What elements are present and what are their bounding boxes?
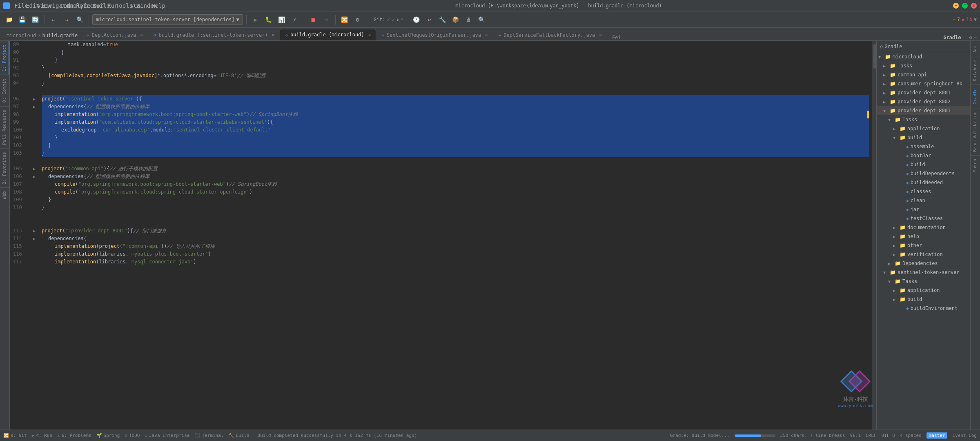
tree-sentinel-token[interactable]: ▼ 📁 sentinel-token-server <box>877 268 970 277</box>
line-separator[interactable]: CRLF <box>866 433 877 438</box>
right-tab-database[interactable]: Database <box>971 56 980 85</box>
tree-buildNeeded[interactable]: ▶ ◈ buildNeeded <box>877 178 970 187</box>
bottom-terminal[interactable]: ⬛ Terminal <box>194 433 223 438</box>
run-113-btn[interactable]: ▶ <box>30 227 38 235</box>
toolbar-redo[interactable]: 🔧 <box>437 14 448 25</box>
toolbar-save[interactable]: 💾 <box>16 14 28 25</box>
toolbar-stop[interactable]: ■ <box>307 14 319 25</box>
gradle-tree[interactable]: ▼ 📁 microcloud ▶ 📁 Tasks ▶ 📁 common-api … <box>877 52 970 430</box>
toolbar-run[interactable]: ▶ <box>250 14 261 25</box>
tree-classes[interactable]: ▶ ◈ classes <box>877 187 970 196</box>
bottom-build[interactable]: 🔨 Build <box>228 433 249 438</box>
tab-SentinelParser[interactable]: ☕ SentinelRequestOriginParser.java ✕ <box>376 29 493 40</box>
tree-documentation[interactable]: ▶ 📁 documentation <box>877 223 970 232</box>
run-106-btn[interactable]: ▶ <box>30 173 38 180</box>
cursor-position[interactable]: 96:1 <box>850 433 861 438</box>
toolbar-sync[interactable]: 🔄 <box>29 14 41 25</box>
toolbar-profile[interactable]: ⚡ <box>289 14 301 25</box>
tab-bar-settings[interactable]: ⚙ − <box>966 35 980 40</box>
tab-close-deptservice[interactable]: ✕ <box>599 32 602 38</box>
bottom-spring[interactable]: 🌱 Spring <box>96 433 120 438</box>
git-check1[interactable]: ✓ <box>387 17 390 22</box>
tree-help[interactable]: ▶ 📁 help <box>877 232 970 241</box>
menu-edit[interactable]: Edit <box>27 0 38 11</box>
tab-close-microcloud[interactable]: ✕ <box>368 32 371 38</box>
left-tab-web[interactable]: Web <box>0 187 9 203</box>
menu-help[interactable]: Help <box>153 0 164 11</box>
tab-close-sentinel[interactable]: ✕ <box>272 32 275 38</box>
toolbar-back[interactable]: ← <box>48 14 59 25</box>
left-tab-pullrequests[interactable]: Pull Requests <box>0 106 9 148</box>
tab-close-parser[interactable]: ✕ <box>485 32 488 38</box>
tab-DeptService[interactable]: ☕ DeptServiceFallbackFactory.java ✕ <box>493 29 607 40</box>
right-tab-ant[interactable]: Ant <box>971 41 980 56</box>
git-branch-indicator[interactable]: master <box>927 432 948 439</box>
tree-provider-8001[interactable]: ▶ 📁 provider-dept-8001 <box>877 88 970 97</box>
right-tab-gradle[interactable]: Gradle <box>971 85 980 108</box>
menu-window[interactable]: Window <box>141 0 153 11</box>
event-log[interactable]: Event Log <box>952 433 977 438</box>
bottom-java-enterprise[interactable]: ☕ Java Enterprise <box>145 433 189 438</box>
run-96-btn[interactable]: ▶ <box>30 95 38 103</box>
tree-verification[interactable]: ▶ 📁 verification <box>877 250 970 259</box>
run-105-btn[interactable]: ▶ <box>30 165 38 173</box>
git-branch[interactable]: ⑂ <box>401 17 403 22</box>
tab-build-sentinel[interactable]: ◇ build.gradle (:sentinel-token-server) … <box>148 29 280 40</box>
tree-provider-8002[interactable]: ▶ 📁 provider-dept-8002 <box>877 97 970 106</box>
tab-DeptAction[interactable]: ☕ DeptAction.java ✕ <box>81 29 148 40</box>
run-97-btn[interactable]: ▶ <box>30 103 38 111</box>
toolbar-more[interactable]: ⋯ <box>321 14 332 25</box>
menu-tools[interactable]: Tools <box>118 0 130 11</box>
toolbar-undo[interactable]: ↩ <box>423 14 435 25</box>
minimize-button[interactable]: − <box>953 3 959 9</box>
menu-file[interactable]: File <box>16 0 27 11</box>
tree-build-8003[interactable]: ▼ 📁 build <box>877 133 970 142</box>
right-tab-maven[interactable]: Maven <box>971 155 980 176</box>
toolbar-gradle[interactable]: 📦 <box>450 14 461 25</box>
tree-application-sentinel[interactable]: ▶ 📁 application <box>877 286 970 295</box>
tree-buildDependents[interactable]: ▶ ◈ buildDependents <box>877 169 970 178</box>
menu-navigate[interactable]: Navigate <box>50 0 61 11</box>
git-arrow[interactable]: ↕ <box>396 17 399 22</box>
right-tab-beanvalidation[interactable]: Bean Validation <box>971 108 980 155</box>
close-button[interactable]: × <box>971 3 977 9</box>
tree-assemble[interactable]: ▶ ◈ assemble <box>877 142 970 151</box>
tree-dependencies-8003[interactable]: ▶ 📁 Dependencies <box>877 259 970 268</box>
left-tab-favorites[interactable]: 2: Favorites <box>0 148 9 187</box>
tree-buildEnvironment[interactable]: ▶ ◈ buildEnvironment <box>877 304 970 313</box>
toolbar-search[interactable]: 🔍 <box>74 14 85 25</box>
tab-build-microcloud[interactable]: ◇ build.gradle (microcloud) ✕ <box>280 29 376 40</box>
tree-tasks[interactable]: ▶ 📁 Tasks <box>877 61 970 70</box>
breadcrumb-build[interactable]: build.gradie <box>42 33 78 38</box>
toolbar-settings[interactable]: ⚙ <box>352 14 363 25</box>
tab-close-DeptAction[interactable]: ✕ <box>140 32 143 38</box>
tab-fei[interactable]: Fei <box>609 35 624 40</box>
bottom-todo[interactable]: ☑ TODO <box>125 433 140 438</box>
tree-clean[interactable]: ▶ ◈ clean <box>877 196 970 205</box>
indent-label[interactable]: 4 spaces <box>900 433 922 438</box>
tree-application-8003[interactable]: ▶ 📁 application <box>877 124 970 133</box>
bottom-run[interactable]: ▶ 4: Run <box>32 433 52 438</box>
chevron-down-icon[interactable]: ▼ <box>974 17 977 22</box>
tree-jar[interactable]: ▶ ◈ jar <box>877 205 970 214</box>
nav-dropdown[interactable]: microcloud:sentinel-token-server [depend… <box>92 14 243 25</box>
tree-tasks-sentinel[interactable]: ▼ 📁 Tasks <box>877 277 970 286</box>
toolbar-forward[interactable]: → <box>61 14 72 25</box>
gradle-panel-tab[interactable]: Gradle <box>938 35 966 40</box>
tree-common-api[interactable]: ▶ 📁 common-api <box>877 70 970 79</box>
run-114-btn[interactable]: ▶ <box>30 235 38 243</box>
tree-other[interactable]: ▶ 📁 other <box>877 241 970 250</box>
toolbar-terminal-btn[interactable]: 🖥 <box>463 14 474 25</box>
breadcrumb-microcloud[interactable]: microcloud <box>7 33 36 38</box>
tree-microcloud[interactable]: ▼ 📁 microcloud <box>877 52 970 61</box>
tree-build-task[interactable]: ▶ ◈ build <box>877 160 970 169</box>
tree-consumer[interactable]: ▶ 📁 consumer-springboot-80 <box>877 79 970 88</box>
left-tab-commit[interactable]: 0: Commit <box>0 75 9 106</box>
bottom-git[interactable]: 🔀 9: Git <box>3 433 27 438</box>
scrollbar-thumb[interactable] <box>873 44 876 69</box>
tree-testClasses[interactable]: ▶ ◈ testClasses <box>877 214 970 223</box>
toolbar-open[interactable]: 📁 <box>3 14 15 25</box>
code-content[interactable]: task.enabled = true } } } [compileJava, … <box>38 41 872 430</box>
toolbar-coverage[interactable]: 📊 <box>276 14 287 25</box>
tree-tasks-8003[interactable]: ▼ 📁 Tasks <box>877 115 970 124</box>
